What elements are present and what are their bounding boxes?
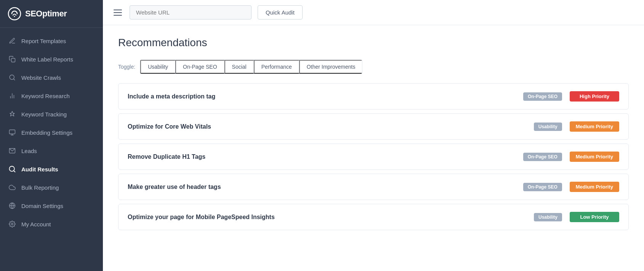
logo: SEOptimer <box>0 0 103 28</box>
svg-rect-2 <box>11 58 15 62</box>
file-edit-icon <box>8 37 16 45</box>
quick-audit-button[interactable]: Quick Audit <box>258 5 303 19</box>
sidebar-item-domain-settings[interactable]: Domain Settings <box>0 197 103 215</box>
category-badge: Usability <box>534 213 562 221</box>
svg-rect-8 <box>10 130 15 134</box>
sidebar-item-audit-results[interactable]: Audit Results <box>0 160 103 178</box>
sidebar-item-label: Domain Settings <box>21 203 63 209</box>
priority-badge: Medium Priority <box>570 182 619 192</box>
svg-line-13 <box>14 171 15 172</box>
pin-icon <box>8 110 16 118</box>
category-badge: On-Page SEO <box>523 92 562 101</box>
priority-badge: Medium Priority <box>570 121 619 132</box>
search-circle-icon <box>8 74 16 81</box>
logo-text: SEOptimer <box>25 9 67 19</box>
rec-right: On-Page SEO Medium Priority <box>523 152 619 162</box>
category-badge: On-Page SEO <box>523 153 562 161</box>
sidebar-nav: Report Templates White Label Reports Web… <box>0 28 103 271</box>
copy-icon <box>8 55 16 63</box>
search-icon <box>8 165 16 173</box>
priority-badge: High Priority <box>570 91 619 102</box>
bar-chart-icon <box>8 92 16 100</box>
filter-tab-on-page-seo[interactable]: On-Page SEO <box>175 60 224 74</box>
category-badge: On-Page SEO <box>523 183 562 191</box>
recommendation-row: Optimize for Core Web Vitals Usability M… <box>118 113 629 140</box>
recommendation-title: Optimize your page for Mobile PageSpeed … <box>128 214 275 221</box>
main-content: Quick Audit Recommendations Toggle: Usab… <box>103 0 644 271</box>
recommendation-row: Remove Duplicate H1 Tags On-Page SEO Med… <box>118 144 629 170</box>
recommendation-title: Optimize for Core Web Vitals <box>128 123 211 130</box>
recommendation-row: Make greater use of header tags On-Page … <box>118 174 629 200</box>
recommendation-title: Include a meta description tag <box>128 93 215 100</box>
sidebar-item-label: Report Templates <box>21 38 66 44</box>
hamburger-button[interactable] <box>112 8 123 17</box>
rec-right: On-Page SEO High Priority <box>523 91 619 102</box>
rec-right: On-Page SEO Medium Priority <box>523 182 619 192</box>
svg-line-4 <box>13 79 14 80</box>
sidebar-item-embedding-settings[interactable]: Embedding Settings <box>0 123 103 142</box>
filter-tabs: UsabilityOn-Page SEOSocialPerformanceOth… <box>140 60 362 74</box>
sidebar-item-label: Bulk Reporting <box>21 184 59 191</box>
sidebar-item-leads[interactable]: Leads <box>0 142 103 160</box>
toggle-label: Toggle: <box>118 64 135 70</box>
sidebar-item-my-account[interactable]: My Account <box>0 215 103 233</box>
gear-icon <box>8 220 16 228</box>
globe-icon <box>8 202 16 210</box>
page-title: Recommendations <box>118 37 629 49</box>
cloud-icon <box>8 184 16 191</box>
mail-icon <box>8 147 16 155</box>
filter-tab-performance[interactable]: Performance <box>254 60 299 74</box>
url-input[interactable] <box>130 5 252 19</box>
sidebar-item-website-crawls[interactable]: Website Crawls <box>0 68 103 87</box>
monitor-icon <box>8 129 16 136</box>
recommendation-row: Optimize your page for Mobile PageSpeed … <box>118 204 629 230</box>
sidebar-item-keyword-tracking[interactable]: Keyword Tracking <box>0 105 103 123</box>
category-badge: Usability <box>534 123 562 131</box>
sidebar-item-label: Keyword Tracking <box>21 111 67 118</box>
recommendation-row: Include a meta description tag On-Page S… <box>118 83 629 110</box>
svg-point-1 <box>14 16 15 17</box>
sidebar-item-label: Audit Results <box>21 166 58 173</box>
sidebar-item-label: Website Crawls <box>21 74 61 81</box>
sidebar-item-keyword-research[interactable]: Keyword Research <box>0 87 103 105</box>
content-area: Recommendations Toggle: UsabilityOn-Page… <box>103 25 644 271</box>
recommendation-title: Remove Duplicate H1 Tags <box>128 153 205 160</box>
sidebar-item-label: Leads <box>21 148 37 154</box>
toggle-row: Toggle: UsabilityOn-Page SEOSocialPerfor… <box>118 60 629 74</box>
sidebar-item-label: Keyword Research <box>21 93 70 99</box>
recommendations-list: Include a meta description tag On-Page S… <box>118 83 629 234</box>
sidebar-item-label: Embedding Settings <box>21 129 72 136</box>
header: Quick Audit <box>103 0 644 25</box>
sidebar: SEOptimer Report Templates White Label R… <box>0 0 103 271</box>
filter-tab-usability[interactable]: Usability <box>140 60 175 74</box>
sidebar-item-label: My Account <box>21 221 51 227</box>
rec-right: Usability Medium Priority <box>534 121 619 132</box>
sidebar-item-bulk-reporting[interactable]: Bulk Reporting <box>0 178 103 197</box>
filter-tab-social[interactable]: Social <box>224 60 254 74</box>
sidebar-item-label: White Label Reports <box>21 56 73 63</box>
recommendation-title: Make greater use of header tags <box>128 184 221 190</box>
rec-right: Usability Low Priority <box>534 212 619 222</box>
sidebar-item-report-templates[interactable]: Report Templates <box>0 32 103 50</box>
filter-tab-other-improvements[interactable]: Other Improvements <box>299 60 362 74</box>
seoptimer-logo-icon <box>8 7 21 21</box>
svg-point-16 <box>11 223 13 225</box>
priority-badge: Low Priority <box>570 212 619 222</box>
sidebar-item-white-label-reports[interactable]: White Label Reports <box>0 50 103 68</box>
priority-badge: Medium Priority <box>570 152 619 162</box>
